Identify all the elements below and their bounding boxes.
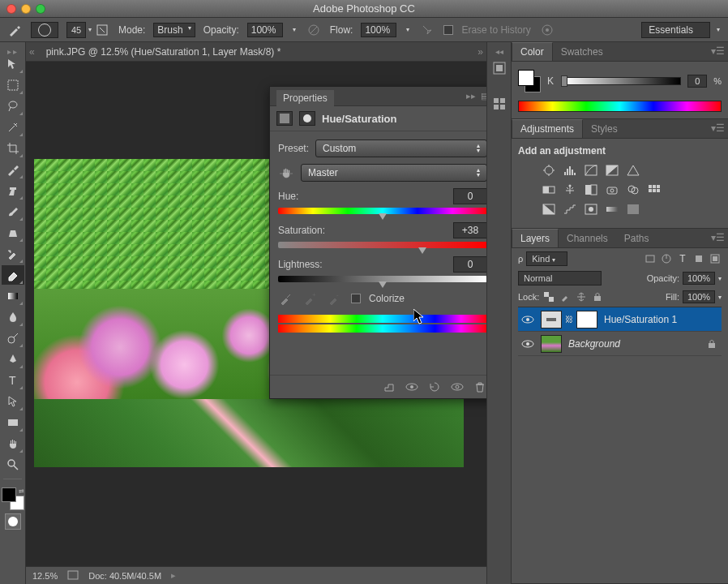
filter-adjustment-icon[interactable] xyxy=(660,252,673,265)
crop-tool[interactable] xyxy=(2,139,24,158)
lock-position-icon[interactable] xyxy=(575,290,588,303)
color-spectrum-ramp[interactable] xyxy=(518,101,722,112)
blend-mode-select[interactable]: Normal xyxy=(518,271,602,286)
move-tool[interactable] xyxy=(2,54,24,74)
magic-wand-tool[interactable] xyxy=(2,118,24,137)
k-slider[interactable] xyxy=(563,77,681,85)
lock-all-icon[interactable] xyxy=(591,290,604,303)
levels-icon[interactable] xyxy=(562,163,578,178)
properties-tab[interactable]: Properties xyxy=(276,90,334,106)
color-tab[interactable]: Color xyxy=(512,42,553,61)
scrubby-hand-icon[interactable] xyxy=(278,165,294,180)
chevron-down-icon[interactable]: ▾ xyxy=(88,26,92,33)
brush-tool[interactable] xyxy=(2,202,24,221)
mask-icon[interactable] xyxy=(299,111,315,126)
pressure-size-icon[interactable] xyxy=(539,22,555,38)
document-tab[interactable]: pink.JPG @ 12.5% (Hue/Saturation 1, Laye… xyxy=(38,44,289,60)
paths-tab[interactable]: Paths xyxy=(616,230,657,247)
rectangle-tool[interactable] xyxy=(2,413,24,432)
layer-opacity-input[interactable]: 100% xyxy=(683,272,715,285)
window-zoom-button[interactable] xyxy=(36,4,45,14)
layer-visibility-toggle[interactable] xyxy=(518,315,537,324)
foreground-background-colors[interactable]: ⇄ xyxy=(2,487,24,510)
chevron-down-icon[interactable]: ▾ xyxy=(405,26,411,33)
filter-type-icon[interactable]: T xyxy=(676,252,689,265)
foreground-color-swatch[interactable] xyxy=(2,487,16,502)
hue-input[interactable]: 0 xyxy=(453,188,486,204)
color-range-strip[interactable] xyxy=(278,315,486,333)
panel-grip-icon[interactable]: ▸▸ xyxy=(7,47,19,54)
clip-to-layer-icon[interactable] xyxy=(382,380,396,393)
tab-overflow-icon[interactable]: » xyxy=(477,46,483,58)
lock-icon[interactable] xyxy=(707,339,717,349)
window-close-button[interactable] xyxy=(6,4,16,14)
eyedropper-tool[interactable] xyxy=(2,160,24,179)
view-previous-icon[interactable] xyxy=(405,380,419,393)
channels-tab[interactable]: Channels xyxy=(559,230,616,247)
history-brush-tool[interactable] xyxy=(2,244,24,264)
fill-input[interactable]: 100% xyxy=(683,290,715,303)
doc-size[interactable]: Doc: 40.5M/40.5M xyxy=(88,571,161,581)
brush-preview[interactable] xyxy=(31,22,58,38)
panel-menu-icon[interactable]: ▤ xyxy=(481,91,486,101)
collapse-panel-icon[interactable]: ▸▸ xyxy=(466,91,476,101)
layer-name[interactable]: Background xyxy=(568,338,620,350)
workspace-select[interactable]: Essentials xyxy=(641,22,710,38)
hue-slider[interactable] xyxy=(278,208,486,214)
swatches-tab[interactable]: Swatches xyxy=(553,43,611,61)
invert-icon[interactable] xyxy=(541,202,557,217)
chevron-down-icon[interactable]: ▾ xyxy=(715,26,722,33)
toggle-visibility-icon[interactable] xyxy=(450,380,465,393)
preset-select[interactable]: Custom ▴▾ xyxy=(315,140,486,157)
color-balance-icon[interactable] xyxy=(562,182,578,197)
eyedropper-icon[interactable] xyxy=(278,290,294,307)
gradient-tool[interactable] xyxy=(2,286,24,306)
mode-select[interactable]: Brush ▾ xyxy=(153,23,195,37)
photo-filter-icon[interactable] xyxy=(604,182,620,197)
expand-dock-icon[interactable]: ◂◂ xyxy=(495,47,503,56)
healing-brush-tool[interactable] xyxy=(2,181,24,200)
posterize-icon[interactable] xyxy=(562,202,578,217)
layer-image-thumb[interactable] xyxy=(541,335,562,353)
opacity-input[interactable]: 100% xyxy=(247,23,283,37)
channel-mixer-icon[interactable] xyxy=(625,182,641,197)
hand-tool[interactable] xyxy=(2,434,24,453)
zoom-tool[interactable] xyxy=(2,455,24,474)
black-white-icon[interactable] xyxy=(583,182,599,197)
layer-mask-thumb[interactable] xyxy=(576,311,597,328)
pressure-opacity-icon[interactable] xyxy=(306,22,322,38)
k-slider-handle[interactable] xyxy=(561,75,567,87)
curves-icon[interactable] xyxy=(583,163,599,178)
color-foreground-swatch[interactable] xyxy=(518,70,534,86)
filter-shape-icon[interactable] xyxy=(692,252,705,265)
filter-pixel-icon[interactable] xyxy=(644,252,657,265)
marquee-tool[interactable] xyxy=(2,75,24,95)
chevron-down-icon[interactable]: ▾ xyxy=(291,26,298,33)
adjustment-thumb-icon[interactable] xyxy=(541,311,562,328)
selective-color-icon[interactable] xyxy=(625,202,641,217)
lightness-input[interactable]: 0 xyxy=(453,256,486,273)
hue-sat-icon[interactable] xyxy=(541,182,557,197)
eraser-tool[interactable] xyxy=(2,265,24,285)
panel-menu-icon[interactable]: ▾☰ xyxy=(711,45,725,57)
colorize-checkbox[interactable] xyxy=(351,294,361,303)
vibrance-icon[interactable] xyxy=(625,163,641,178)
mask-link-icon[interactable]: ⛓ xyxy=(565,315,573,324)
layer-name[interactable]: Hue/Saturation 1 xyxy=(604,314,677,325)
path-selection-tool[interactable] xyxy=(2,392,24,411)
layer-item-hue-saturation[interactable]: ⛓ Hue/Saturation 1 xyxy=(518,307,722,332)
layer-visibility-toggle[interactable] xyxy=(518,339,537,349)
brush-panel-toggle-icon[interactable] xyxy=(94,22,110,38)
airbrush-icon[interactable] xyxy=(419,22,435,38)
layer-filter-select[interactable]: Kind ▾ xyxy=(526,251,567,266)
flow-input[interactable]: 100% xyxy=(361,23,396,37)
tab-close-all-icon[interactable]: « xyxy=(29,46,35,58)
chevron-down-icon[interactable]: ▾ xyxy=(718,275,722,282)
lightness-slider-thumb[interactable] xyxy=(379,281,387,288)
status-icon[interactable] xyxy=(67,570,79,582)
mini-bridge-icon[interactable] xyxy=(490,95,508,113)
pen-tool[interactable] xyxy=(2,350,24,369)
reset-icon[interactable] xyxy=(427,380,442,393)
type-tool[interactable]: T xyxy=(2,371,24,390)
lock-pixels-icon[interactable] xyxy=(559,290,572,303)
